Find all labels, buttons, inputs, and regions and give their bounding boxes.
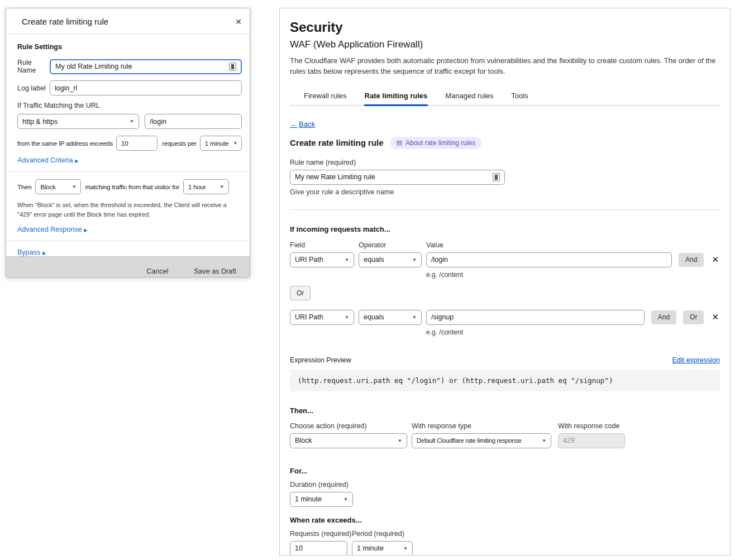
value-hint: e.g. /content [426, 328, 720, 336]
period-select[interactable]: 1 minute ▼ [200, 136, 242, 151]
disclosure-triangle-icon: ▶ [42, 251, 46, 256]
divider [290, 209, 720, 210]
requests-suffix-text: requests per [162, 140, 197, 147]
remove-condition-icon[interactable]: ✕ [710, 312, 720, 322]
create-rate-limiting-rule-modal: Create rate limiting rule ✕ Rule Setting… [6, 8, 250, 277]
modal-footer: Cancel Save as Draft [6, 256, 250, 277]
period-label: Period (required) [352, 530, 413, 538]
operator-select[interactable]: equals ▼ [359, 252, 422, 267]
url-input[interactable]: /login [145, 114, 242, 129]
field-select[interactable]: URI Path ▼ [290, 252, 354, 267]
then-row: Then Block ▼ matching traffic from that … [17, 179, 242, 194]
form-title: Create rate limiting rule [290, 138, 384, 147]
disclosure-triangle-icon: ▶ [75, 159, 78, 164]
field-select[interactable]: URI Path ▼ [290, 310, 354, 325]
modal-body: Rule Settings Rule Name My old Rate Limi… [6, 34, 250, 256]
value-input[interactable]: /login [426, 252, 672, 267]
requests-input[interactable]: 10 [290, 541, 347, 556]
remove-condition-icon[interactable]: ✕ [710, 255, 720, 265]
expression-preview-row: Expression Preview Edit expression [290, 356, 720, 364]
cancel-button[interactable]: Cancel [146, 267, 168, 275]
condition-row-2: URI Path ▼ equals ▼ /signup And Or ✕ [290, 310, 720, 325]
operator-column-label: Operator [359, 241, 426, 249]
modal-title: Create rate limiting rule [22, 17, 108, 26]
response-code-label: With response code [558, 422, 625, 430]
value-hint: e.g. /content [426, 271, 720, 279]
autofill-icon[interactable] [229, 63, 236, 71]
scheme-select[interactable]: http & https ▼ [17, 114, 139, 129]
security-waf-panel: Security WAF (Web Application Firewall) … [279, 8, 731, 556]
match-heading: If incoming requests match... [290, 225, 720, 233]
requests-count-input[interactable]: 10 [116, 136, 157, 151]
choose-action-select[interactable]: Block ▼ [290, 433, 407, 448]
or-connector-button[interactable]: Or [290, 286, 311, 300]
divider [6, 241, 250, 241]
operator-select[interactable]: equals ▼ [359, 310, 422, 325]
bypass-link[interactable]: Bypass ▶ [17, 248, 46, 256]
exceeds-prefix-text: from the same IP address exceeds [17, 140, 113, 147]
and-button[interactable]: And [651, 310, 676, 324]
rate-controls: Requests (required) 10 Period (required)… [290, 530, 720, 556]
rule-name-label: Rule name (required) [290, 159, 720, 166]
expression-code: (http.request.uri.path eq "/login") or (… [290, 370, 720, 391]
arrow-left-icon: ← [290, 120, 297, 128]
then-label: Then [17, 184, 31, 190]
autofill-icon[interactable] [493, 173, 500, 181]
ban-duration-select[interactable]: 1 hour ▼ [183, 179, 229, 194]
chevron-down-icon: ▼ [343, 497, 348, 502]
save-as-draft-button[interactable]: Save as Draft [194, 267, 236, 275]
then-heading: Then... [290, 406, 720, 415]
tab-tools[interactable]: Tools [510, 88, 528, 106]
or-button[interactable]: Or [683, 310, 704, 324]
chevron-down-icon: ▼ [398, 438, 402, 443]
disclosure-triangle-icon: ▶ [84, 228, 87, 233]
page-title: Security [290, 20, 720, 35]
close-icon[interactable]: ✕ [235, 17, 242, 26]
form-title-row: Create rate limiting rule ▤ About rate l… [290, 137, 720, 149]
chevron-down-icon: ▼ [233, 141, 237, 146]
rule-name-input[interactable]: My new Rate Limiting rule [290, 170, 505, 185]
duration-select[interactable]: 1 minute ▼ [290, 492, 353, 507]
period-select[interactable]: 1 minute ▼ [352, 541, 413, 556]
chevron-down-icon: ▼ [219, 184, 224, 189]
duration-label: Duration (required) [290, 481, 720, 489]
value-column-label: Value [426, 241, 443, 249]
then-suffix-text: matching traffic from that visitor for [85, 184, 179, 190]
rule-name-row: Rule Name My old Rate Limiting rule [17, 59, 242, 74]
advanced-response-link[interactable]: Advanced Response ▶ [17, 226, 88, 233]
rule-name-input[interactable]: My old Rate Limiting rule [50, 59, 242, 74]
back-link[interactable]: ← Back [290, 120, 315, 128]
chevron-down-icon: ▼ [542, 438, 546, 443]
modal-header: Create rate limiting rule ✕ [6, 8, 250, 34]
log-label-input[interactable]: login_rl [50, 80, 242, 95]
traffic-match-label: If Traffic Matching the URL [17, 102, 242, 109]
document-icon: ▤ [397, 139, 402, 146]
chevron-down-icon: ▼ [403, 546, 408, 551]
action-select[interactable]: Block ▼ [35, 179, 81, 194]
response-type-select[interactable]: Default Cloudflare rate limiting respons… [412, 433, 551, 448]
rule-settings-heading: Rule Settings [17, 43, 242, 51]
condition-column-labels: Field Operator Value [290, 241, 720, 249]
tab-managed-rules[interactable]: Managed rules [445, 88, 494, 106]
edit-expression-link[interactable]: Edit expression [672, 356, 720, 364]
rate-heading: When rate exceeds... [290, 516, 720, 524]
chevron-down-icon: ▼ [72, 184, 77, 189]
chevron-down-icon: ▼ [130, 119, 134, 124]
waf-tabs: Firewall rules Rate limiting rules Manag… [290, 88, 720, 106]
value-input[interactable]: /signup [426, 310, 645, 325]
tab-rate-limiting-rules[interactable]: Rate limiting rules [364, 88, 428, 106]
page-subtitle: WAF (Web Application Firewall) [290, 39, 720, 50]
log-label-row: Log label login_rl [17, 80, 242, 95]
and-button[interactable]: And [679, 253, 704, 267]
chevron-down-icon: ▼ [345, 257, 349, 262]
choose-action-label: Choose action (required) [290, 422, 407, 430]
about-rate-limiting-rules-badge[interactable]: ▤ About rate limiting rules [390, 137, 482, 149]
requests-label: Requests (required) [290, 530, 347, 538]
advanced-criteria-link[interactable]: Advanced Criteria ▶ [17, 156, 79, 164]
condition-row-1: URI Path ▼ equals ▼ /login And ✕ [290, 252, 720, 267]
traffic-match-controls: http & https ▼ /login [17, 114, 242, 129]
page-description: The Cloudflare WAF provides both automat… [290, 56, 720, 77]
or-connector-row: Or [290, 286, 720, 300]
tab-firewall-rules[interactable]: Firewall rules [303, 88, 347, 106]
divider [6, 171, 250, 172]
